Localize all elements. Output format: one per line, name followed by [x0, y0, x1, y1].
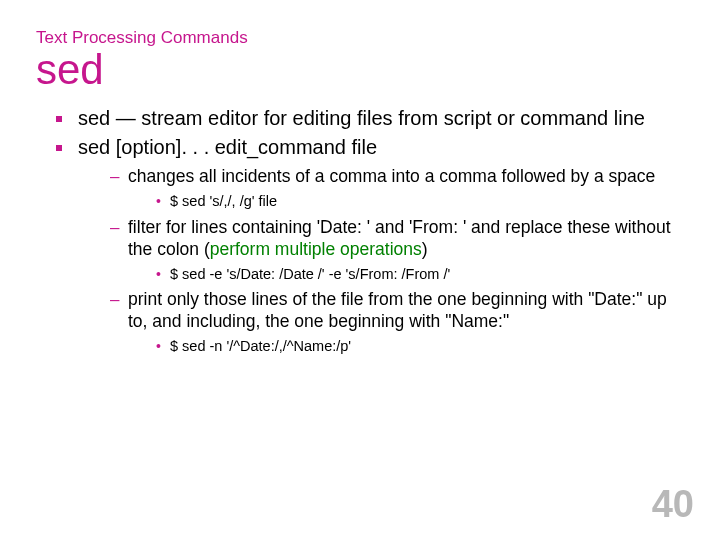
- bullet-list-level1: sed — stream editor for editing files fr…: [36, 106, 684, 356]
- list-item: changes all incidents of a comma into a …: [110, 166, 684, 211]
- list-item-highlight: perform multiple operations: [210, 239, 422, 259]
- code-example: $ sed -n '/^Date:/,/^Name:/p': [156, 337, 684, 356]
- list-item-text: changes all incidents of a comma into a …: [128, 166, 655, 186]
- list-item: filter for lines containing 'Date: ' and…: [110, 217, 684, 284]
- slide: Text Processing Commands sed sed — strea…: [0, 0, 720, 540]
- list-item: sed — stream editor for editing files fr…: [56, 106, 684, 131]
- page-number: 40: [652, 483, 694, 526]
- section-heading: Text Processing Commands: [36, 28, 684, 48]
- slide-title: sed: [36, 48, 684, 92]
- bullet-list-level3: $ sed -n '/^Date:/,/^Name:/p': [128, 337, 684, 356]
- list-item-text: print only those lines of the file from …: [128, 289, 667, 331]
- list-item-text: sed [option]. . . edit_command file: [78, 136, 377, 158]
- list-item: sed [option]. . . edit_command file chan…: [56, 135, 684, 356]
- code-example: $ sed 's/,/, /g' file: [156, 192, 684, 211]
- bullet-list-level3: $ sed -e 's/Date: /Date /' -e 's/From: /…: [128, 265, 684, 284]
- bullet-list-level2: changes all incidents of a comma into a …: [78, 166, 684, 356]
- list-item-text-part: ): [422, 239, 428, 259]
- bullet-list-level3: $ sed 's/,/, /g' file: [128, 192, 684, 211]
- list-item: print only those lines of the file from …: [110, 289, 684, 356]
- code-example: $ sed -e 's/Date: /Date /' -e 's/From: /…: [156, 265, 684, 284]
